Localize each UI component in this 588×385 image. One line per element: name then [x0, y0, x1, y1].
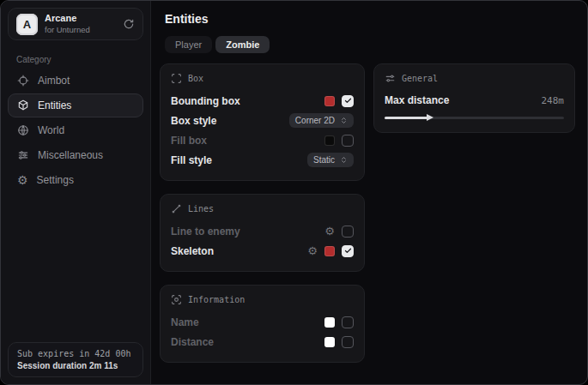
sidebar-item-label: World [38, 124, 64, 136]
session-duration-text: Session duration 2m 11s [17, 361, 134, 370]
row-settings-gear-icon[interactable]: ⚙ [324, 226, 335, 237]
checkbox[interactable] [342, 95, 354, 107]
setting-label: Bounding box [171, 95, 240, 107]
sliders-icon [385, 73, 396, 84]
sidebar-item-world[interactable]: World [8, 118, 143, 142]
setting-label: Fill style [171, 154, 212, 166]
main-content: Entities Player Zombie Box Bounding box [151, 1, 587, 384]
scan-brackets-icon [171, 73, 182, 84]
box-style-select[interactable]: Corner 2D [289, 113, 354, 128]
category-label: Category [16, 55, 135, 64]
checkbox[interactable] [342, 245, 354, 257]
setting-row-max-distance: Max distance 248m [385, 91, 564, 110]
color-swatch[interactable] [324, 246, 335, 256]
card-title: General [402, 74, 438, 83]
sidebar-item-settings[interactable]: ⚙ Settings [8, 168, 143, 192]
color-swatch[interactable] [324, 135, 335, 146]
setting-row-skeleton: Skeleton ⚙ [171, 241, 354, 261]
setting-row-fill-box: Fill box [171, 130, 354, 150]
globe-icon [17, 124, 29, 136]
slider-thumb[interactable] [427, 114, 433, 121]
sidebar-item-miscellaneous[interactable]: Miscellaneous [8, 143, 143, 167]
setting-row-distance: Distance [171, 332, 354, 352]
app-window: A Arcane for Unturned Category Aimbot [0, 0, 588, 385]
line-icon [171, 203, 182, 214]
information-icon [171, 294, 182, 305]
setting-label: Name [171, 316, 199, 328]
app-logo: A [16, 14, 38, 35]
setting-label: Line to enemy [171, 226, 240, 238]
setting-row-line-to-enemy: Line to enemy ⚙ [171, 221, 354, 241]
setting-row-name: Name [171, 312, 354, 332]
max-distance-slider[interactable] [385, 113, 564, 122]
sidebar-item-label: Entities [38, 99, 71, 111]
lines-card: Lines Line to enemy ⚙ Skeleton [160, 194, 365, 272]
chevrons-up-down-icon [340, 156, 348, 164]
color-swatch[interactable] [324, 317, 335, 328]
entity-tabs: Player Zombie [165, 36, 575, 53]
setting-label: Distance [171, 336, 214, 348]
card-title: Information [188, 295, 245, 304]
tab-zombie[interactable]: Zombie [215, 36, 270, 53]
sidebar-item-entities[interactable]: Entities [8, 93, 143, 117]
slider-fill [385, 117, 428, 119]
app-subtitle: for Unturned [45, 25, 90, 35]
select-value: Static [313, 155, 335, 165]
refresh-icon[interactable] [123, 18, 135, 30]
sidebar-item-label: Aimbot [38, 75, 70, 87]
setting-label: Skeleton [171, 245, 214, 257]
setting-label: Max distance [385, 94, 449, 106]
color-swatch[interactable] [324, 96, 335, 106]
chevrons-up-down-icon [340, 117, 348, 124]
gear-icon: ⚙ [17, 174, 28, 186]
fill-style-select[interactable]: Static [307, 153, 354, 167]
sidebar-item-label: Settings [37, 174, 74, 186]
sub-expires-text: Sub expires in 42d 00h [17, 349, 134, 358]
sidebar: A Arcane for Unturned Category Aimbot [1, 1, 151, 384]
sidebar-item-label: Miscellaneous [38, 149, 103, 161]
checkbox[interactable] [342, 336, 354, 348]
color-swatch[interactable] [324, 337, 335, 347]
setting-label: Fill box [171, 135, 207, 147]
sliders-icon [17, 149, 29, 161]
row-settings-gear-icon[interactable]: ⚙ [307, 245, 318, 256]
checkbox[interactable] [342, 226, 354, 238]
tab-player[interactable]: Player [165, 36, 212, 53]
sidebar-item-aimbot[interactable]: Aimbot [8, 69, 143, 93]
general-card: General Max distance 248m [373, 63, 575, 133]
card-title: Lines [188, 204, 214, 214]
setting-row-fill-style: Fill style Static [171, 150, 354, 170]
select-value: Corner 2D [295, 116, 335, 125]
setting-row-box-style: Box style Corner 2D [171, 111, 354, 130]
app-header-card: A Arcane for Unturned [8, 8, 143, 40]
cube-icon [17, 99, 29, 111]
checkbox[interactable] [342, 135, 354, 147]
information-card: Information Name Distance [160, 285, 365, 363]
setting-label: Box style [171, 115, 216, 127]
setting-row-bounding-box: Bounding box [171, 91, 354, 111]
max-distance-value: 248m [542, 95, 565, 106]
card-title: Box [188, 74, 203, 83]
subscription-info-card: Sub expires in 42d 00h Session duration … [8, 342, 143, 377]
page-title: Entities [165, 12, 575, 26]
crosshair-icon [17, 75, 29, 87]
checkbox[interactable] [342, 316, 354, 328]
box-card: Box Bounding box Box style [160, 63, 365, 181]
app-name: Arcane [45, 13, 90, 25]
sidebar-nav: Aimbot Entities World Miscellaneous [1, 69, 150, 192]
